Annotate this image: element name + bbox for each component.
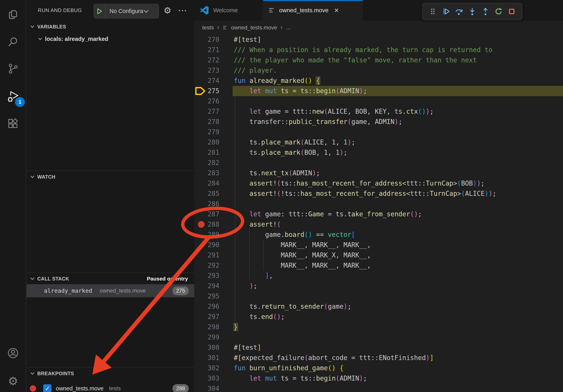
code-text[interactable]: game.board() == vector[ (234, 230, 355, 240)
launch-config-dropdown[interactable]: No Configura (93, 4, 159, 19)
gutter-line-302[interactable]: 302 (194, 363, 232, 373)
section-breakpoints[interactable]: BREAKPOINTS (27, 367, 194, 379)
code-text[interactable]: } (234, 322, 238, 332)
tab-owned-tests-move[interactable]: owned_tests.move ✕ (263, 0, 363, 21)
source-control-icon[interactable] (3, 59, 23, 78)
gutter-line-295[interactable]: 295 (194, 291, 232, 301)
code-text[interactable]: ts.next_tx(ADMIN); (234, 168, 320, 178)
gutter-line-294[interactable]: 294 (194, 281, 232, 291)
code-text[interactable]: fun already_marked() { (234, 76, 320, 86)
code-text[interactable]: ts.place_mark(ALICE, 1, 1); (234, 137, 355, 147)
code-text[interactable]: ts.return_to_sender(game); (234, 301, 351, 312)
code-text[interactable]: assert!(!ts::has_most_recent_for_address… (234, 188, 496, 199)
start-debug-icon[interactable] (94, 4, 105, 18)
variables-locals-row[interactable]: locals: already_marked (27, 33, 194, 45)
gutter-line-285[interactable]: 285 (194, 188, 232, 199)
breakpoint-list-item[interactable]: ✓ owned_tests.move tests 288 (27, 382, 194, 392)
gutter-line-292[interactable]: 292 (194, 260, 232, 271)
gutter-line-276[interactable]: 276 (194, 96, 232, 106)
gutter-line-279[interactable]: 279 (194, 127, 232, 137)
gutter-line-289[interactable]: 289 (194, 230, 232, 240)
restart-button[interactable] (493, 6, 504, 17)
gutter-line-277[interactable]: 277 (194, 106, 232, 117)
settings-gear-icon[interactable]: ⚙ (3, 372, 23, 391)
gutter-line-300[interactable]: 300 (194, 342, 232, 353)
code-text[interactable]: let game: ttt::Game = ts.take_from_sende… (234, 209, 422, 219)
explorer-icon[interactable] (3, 5, 23, 24)
code-text[interactable]: #[expected_failure(abort_code = ttt::ENo… (234, 353, 434, 363)
line-number: 287 (194, 209, 219, 219)
gutter-line-288[interactable]: 288 (194, 219, 232, 230)
gutter-line-270[interactable]: 270 (194, 35, 232, 45)
code-text[interactable]: let mut ts = ts::begin(ADMIN); (234, 373, 367, 383)
code-text[interactable]: /// the player who made the "false" move… (234, 55, 477, 65)
drag-handle-icon[interactable] (428, 6, 438, 17)
gutter-line-301[interactable]: 301 (194, 353, 232, 363)
step-into-button[interactable] (467, 6, 477, 17)
gutter-line-298[interactable]: 298 (194, 322, 232, 332)
tab-welcome[interactable]: Welcome (194, 0, 263, 21)
breadcrumb-file[interactable]: owned_tests.move (231, 25, 277, 31)
gutter-line-272[interactable]: 272 (194, 55, 232, 65)
gutter-line-275[interactable]: 275 (194, 86, 232, 96)
section-call-stack[interactable]: CALL STACK Paused on entry (27, 272, 194, 285)
code-text[interactable]: ); (234, 281, 257, 291)
gutter-line-287[interactable]: 287 (194, 209, 232, 219)
gutter-line-286[interactable]: 286 (194, 199, 232, 209)
code-text[interactable]: /// When a position is already marked, t… (234, 45, 492, 55)
call-stack-frame-row[interactable]: already_marked owned_tests.move 275 (27, 284, 194, 297)
gutter-line-280[interactable]: 280 (194, 137, 232, 147)
close-tab-icon[interactable]: ✕ (334, 7, 339, 14)
code-text[interactable]: ], (234, 271, 273, 281)
step-out-button[interactable] (480, 6, 491, 17)
code-text[interactable]: /// player. (234, 65, 277, 76)
code-text[interactable]: fun burn_unfinished_game() { (234, 363, 344, 373)
stop-button[interactable] (507, 6, 517, 17)
gutter-line-293[interactable]: 293 (194, 271, 232, 281)
code-text[interactable]: assert!(ts::has_most_recent_for_address<… (234, 178, 485, 188)
search-icon[interactable] (3, 32, 23, 51)
breakpoint-file: owned_tests.move (56, 385, 103, 392)
code-text[interactable]: #[test] (234, 342, 261, 353)
continue-button[interactable] (441, 6, 451, 17)
gutter-line-299[interactable]: 299 (194, 332, 232, 342)
more-actions-icon[interactable]: ⋯ (177, 0, 188, 21)
extensions-icon[interactable] (3, 115, 23, 133)
code-text[interactable]: ts.end(); (234, 312, 285, 322)
gutter-line-271[interactable]: 271 (194, 45, 232, 55)
code-text[interactable]: transfer::public_transfer(game, ADMIN); (234, 117, 402, 127)
account-icon[interactable] (3, 344, 23, 363)
code-text[interactable]: #[test] (234, 35, 261, 45)
section-watch[interactable]: WATCH (27, 170, 194, 183)
gutter-line-304[interactable]: 304 (194, 383, 232, 392)
code-text[interactable]: let mut ts = ts::begin(ADMIN); (234, 86, 367, 96)
run-and-debug-icon[interactable]: 1 (3, 87, 23, 106)
breakpoint-checkbox[interactable]: ✓ (43, 384, 51, 392)
debug-settings-icon[interactable]: ⚙ (162, 0, 173, 21)
code-text[interactable]: let game = ttt::new(ALICE, BOB, KEY, ts.… (234, 106, 434, 117)
code-text[interactable]: MARK__, MARK__, MARK__, (234, 260, 371, 271)
code-text[interactable]: MARK__, MARK_X, MARK__, (234, 250, 371, 260)
code-text[interactable]: MARK__, MARK__, MARK__, (234, 240, 371, 250)
gutter-line-283[interactable]: 283 (194, 168, 232, 178)
gutter-line-281[interactable]: 281 (194, 147, 232, 158)
gutter-line-282[interactable]: 282 (194, 158, 232, 168)
gutter-line-278[interactable]: 278 (194, 117, 232, 127)
gutter-line-284[interactable]: 284 (194, 178, 232, 188)
gutter-line-290[interactable]: 290 (194, 240, 232, 250)
step-over-button[interactable] (454, 6, 464, 17)
breadcrumb-tests[interactable]: tests (202, 25, 214, 31)
section-variables[interactable]: VARIABLES (27, 21, 194, 33)
line-number: 290 (194, 240, 219, 250)
gutter-line-303[interactable]: 303 (194, 373, 232, 383)
code-text[interactable]: assert!( (234, 219, 281, 230)
gutter-line-291[interactable]: 291 (194, 250, 232, 260)
gutter-line-296[interactable]: 296 (194, 301, 232, 312)
gutter-line-274[interactable]: 274 (194, 76, 232, 86)
breadcrumb-symbol[interactable]: … (286, 25, 291, 31)
line-number: 276 (194, 96, 219, 106)
code-text[interactable]: ts.place_mark(BOB, 1, 1); (234, 147, 347, 158)
gutter-line-297[interactable]: 297 (194, 312, 232, 322)
gutter-line-273[interactable]: 273 (194, 65, 232, 76)
code-line-282: 282 (194, 158, 563, 168)
